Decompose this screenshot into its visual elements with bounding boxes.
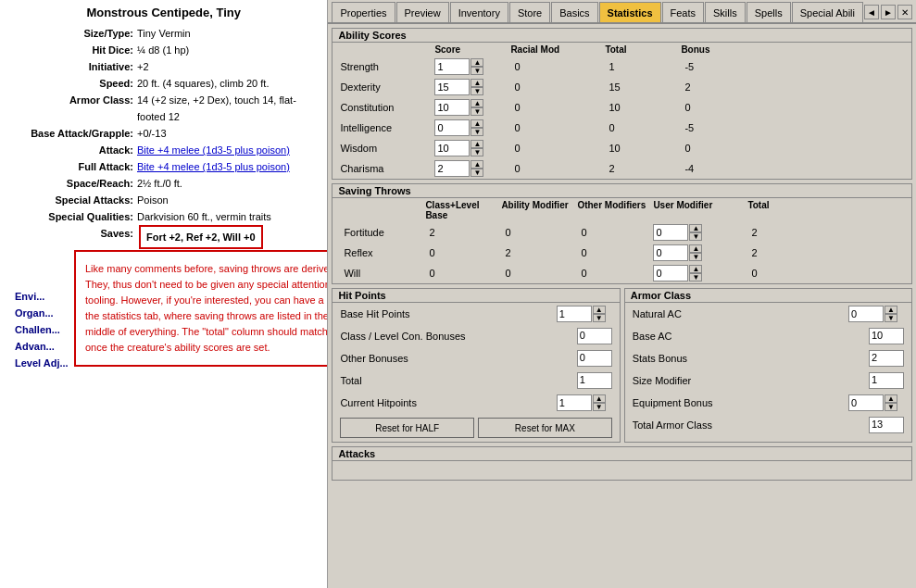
ability-score-input[interactable]: ▲▼ — [434, 99, 490, 116]
ability-total: 0 — [605, 122, 679, 133]
save-total: 2 — [747, 227, 803, 238]
ability-scores-title: Ability Scores — [333, 29, 911, 43]
ability-total: 2 — [605, 163, 679, 174]
ac-spin-input[interactable]: ▲▼ — [848, 394, 904, 411]
hp-row: Total1 — [333, 369, 619, 392]
ac-row: Natural AC▲▼ — [625, 303, 911, 325]
spin-down[interactable]: ▼ — [471, 128, 483, 136]
save-user-input[interactable]: ▲▼ — [653, 244, 709, 261]
hp-spin-input[interactable]: ▲▼ — [557, 394, 612, 411]
tab-store[interactable]: Store — [509, 2, 550, 22]
racial-mod: 0 — [510, 102, 603, 113]
stat-row: Armor Class:14 (+2 size, +2 Dex), touch … — [7, 92, 320, 125]
ability-label: Constitution — [340, 102, 433, 113]
racial-mod: 0 — [510, 81, 603, 93]
hp-section: Hit Points Base Hit Points▲▼Class / Leve… — [332, 288, 620, 443]
ability-score-input[interactable]: ▲▼ — [434, 160, 490, 177]
spin-up[interactable]: ▲ — [471, 58, 483, 67]
save-user-input[interactable]: ▲▼ — [653, 265, 709, 281]
tab-special-abili[interactable]: Special Abili — [792, 2, 863, 22]
spin-down[interactable]: ▼ — [593, 403, 606, 411]
saves-col-header: User Modifier — [653, 200, 746, 220]
hp-label: Base Hit Points — [340, 308, 550, 319]
ability-score-input[interactable]: ▲▼ — [434, 79, 490, 95]
stat-value: 20 ft. (4 squares), climb 20 ft. — [137, 75, 320, 92]
save-val: 0 — [501, 268, 575, 279]
tab-feats[interactable]: Feats — [662, 2, 705, 22]
spin-up[interactable]: ▲ — [689, 244, 702, 253]
spin-down[interactable]: ▼ — [689, 273, 702, 281]
stat-label: Special Qualities: — [7, 208, 137, 225]
ac-spin-input[interactable]: ▲▼ — [848, 306, 904, 322]
ability-bonus: 0 — [681, 102, 755, 113]
spin-up[interactable]: ▲ — [471, 79, 483, 87]
spin-down[interactable]: ▼ — [471, 67, 483, 75]
stat-value: 14 (+2 size, +2 Dex), touch 14, flat-foo… — [137, 92, 320, 125]
tab-inventory[interactable]: Inventory — [450, 2, 508, 22]
spin-up[interactable]: ▲ — [471, 140, 483, 148]
spin-down[interactable]: ▼ — [885, 403, 897, 411]
ability-scores-section: Ability Scores ScoreRacial ModTotalBonus… — [332, 28, 912, 180]
hp-value: 1 — [577, 372, 612, 389]
save-label: Will — [340, 268, 423, 279]
spin-down[interactable]: ▼ — [471, 107, 483, 116]
tooltip-box: Like many comments before, saving throws… — [74, 250, 328, 367]
tab-statistics[interactable]: Statistics — [599, 2, 661, 22]
ability-total: 15 — [605, 81, 679, 93]
tab-forward-button[interactable]: ► — [881, 5, 896, 19]
ability-score-input[interactable]: ▲▼ — [434, 119, 490, 136]
save-val: 0 — [577, 247, 651, 258]
saves-col-header: Other Modifiers — [577, 200, 651, 220]
spin-up[interactable]: ▲ — [885, 306, 897, 314]
spin-down[interactable]: ▼ — [593, 314, 606, 322]
tab-properties[interactable]: Properties — [332, 2, 395, 22]
spin-down[interactable]: ▼ — [689, 253, 702, 261]
tab-skills[interactable]: Skills — [705, 2, 746, 22]
ability-score-input[interactable]: ▲▼ — [434, 58, 490, 75]
spin-down[interactable]: ▼ — [471, 169, 483, 177]
hp-action-btn[interactable]: Reset for HALF — [340, 418, 474, 438]
spin-down[interactable]: ▼ — [689, 232, 702, 241]
save-label: Fortitude — [340, 227, 423, 238]
hp-action-btn[interactable]: Reset for MAX — [478, 418, 612, 438]
ability-label: Dexterity — [340, 81, 433, 93]
spin-up[interactable]: ▲ — [689, 265, 702, 273]
spin-up[interactable]: ▲ — [885, 394, 897, 403]
stat-row: Attack:Bite +4 melee (1d3-5 plus poison) — [7, 142, 320, 158]
tab-back-button[interactable]: ◄ — [864, 5, 879, 19]
spin-down[interactable]: ▼ — [885, 314, 897, 322]
stat-value: +2 — [137, 58, 320, 75]
spin-down[interactable]: ▼ — [471, 87, 483, 95]
ability-label: Wisdom — [340, 143, 433, 154]
ac-value: 10 — [869, 328, 904, 344]
stat-label: Initiative: — [7, 58, 137, 75]
tab-preview[interactable]: Preview — [396, 2, 449, 22]
spin-down[interactable]: ▼ — [471, 148, 483, 156]
ability-col-header — [340, 44, 433, 55]
spin-up[interactable]: ▲ — [593, 394, 606, 403]
ability-score-input[interactable]: ▲▼ — [434, 140, 490, 156]
spin-up[interactable]: ▲ — [689, 224, 702, 232]
ac-value: 2 — [869, 350, 904, 367]
spin-up[interactable]: ▲ — [471, 160, 483, 169]
saves-row: Fortitude200▲▼2 — [333, 222, 911, 243]
stat-value: +0/-13 — [137, 125, 320, 142]
ac-label: Size Modifier — [633, 375, 863, 386]
hp-content: Base Hit Points▲▼Class / Level Con. Bonu… — [333, 303, 619, 442]
save-val: 0 — [577, 227, 651, 238]
tab-spells[interactable]: Spells — [747, 2, 791, 22]
tab-basics[interactable]: Basics — [551, 2, 597, 22]
tab-close-button[interactable]: ✕ — [897, 5, 912, 19]
stat-label: Full Attack: — [7, 158, 137, 175]
save-user-input[interactable]: ▲▼ — [653, 224, 709, 241]
ability-col-header: Total — [605, 44, 679, 55]
ability-bonus: -5 — [681, 122, 755, 133]
stat-value: Poison — [137, 192, 320, 208]
spin-up[interactable]: ▲ — [593, 306, 606, 314]
spin-up[interactable]: ▲ — [471, 119, 483, 128]
ability-row: Strength▲▼01-5 — [333, 56, 911, 77]
spin-up[interactable]: ▲ — [471, 99, 483, 107]
save-total: 0 — [747, 268, 803, 279]
stat-row: Special Attacks:Poison — [7, 192, 320, 208]
hp-spin-input[interactable]: ▲▼ — [557, 306, 612, 322]
